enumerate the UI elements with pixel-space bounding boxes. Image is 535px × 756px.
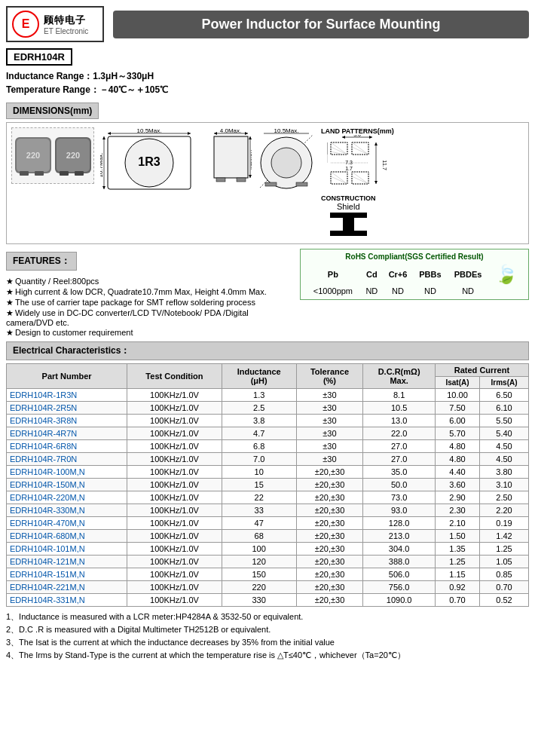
cell-part-number: EDRH104R-680M,N: [7, 530, 127, 543]
logo-en: ET Electronic: [44, 27, 88, 35]
info-lines: Inductance Range：1.3μH～330μH Temperature…: [6, 70, 529, 96]
land-patterns: LAND PATTERNS(mm) 3.6 11.7: [321, 127, 394, 191]
table-cell: 1.05: [480, 556, 529, 568]
col-irms: Irms(A): [480, 377, 529, 389]
logo-box: E 顾特电子 ET Electronic: [6, 6, 104, 42]
svg-text:10.7Max.: 10.7Max.: [100, 153, 104, 178]
table-row: EDRH104R-6R8N100KHz/1.0V6.8±3027.04.804.…: [7, 440, 529, 453]
table-cell: ±20,±30: [296, 517, 363, 530]
table-cell: 3.10: [480, 479, 529, 491]
col-tolerance: Tolerance(%): [296, 364, 363, 389]
table-cell: 100KHz/1.0V: [127, 530, 222, 543]
table-cell: 10.5: [363, 402, 436, 415]
table-cell: 100KHz/1.0V: [127, 504, 222, 517]
table-cell: 50.0: [363, 479, 436, 491]
svg-rect-7: [35, 171, 44, 176]
table-cell: 8.1: [363, 389, 436, 402]
table-cell: 213.0: [363, 530, 436, 543]
table-cell: 1090.0: [363, 594, 436, 607]
cell-part-number: EDRH104R-121M,N: [7, 556, 127, 568]
table-cell: 0.70: [435, 594, 479, 607]
table-cell: 100KHz/1.0V: [127, 568, 222, 581]
table-cell: 6.00: [435, 415, 479, 427]
table-cell: 0.70: [480, 581, 529, 594]
svg-marker-45: [374, 142, 378, 145]
table-cell: 1.42: [480, 530, 529, 543]
svg-text:4.0Max.: 4.0Max.: [220, 127, 241, 134]
table-cell: ±20,±30: [296, 466, 363, 479]
part-id-badge: EDRH104R: [6, 48, 72, 66]
table-cell: 7.50: [435, 402, 479, 415]
col-part-number: Part Number: [7, 364, 127, 389]
inductance-range: Inductance Range：1.3μH～330μH: [6, 70, 529, 83]
table-cell: 100KHz/1.0V: [127, 389, 222, 402]
table-cell: 4.7: [222, 427, 296, 440]
svg-marker-28: [249, 175, 252, 178]
footer-note: 3、The Isat is the current at which the i…: [6, 637, 529, 648]
table-cell: 6.8: [222, 440, 296, 453]
col-isat: Isat(A): [435, 377, 479, 389]
svg-marker-18: [102, 136, 105, 139]
svg-line-56: [331, 172, 347, 184]
svg-marker-41: [342, 136, 345, 139]
angled-view-drawing: 13.5Max. 10.5Max.: [256, 127, 316, 191]
svg-text:3.6: 3.6: [353, 135, 361, 137]
table-cell: 2.5: [222, 402, 296, 415]
table-cell: ±20,±30: [296, 491, 363, 504]
temperature-range: Temperature Range：－40℃～＋105℃: [6, 84, 529, 96]
top-view-drawing: 10.5Max. 1R3 10.7Max.: [100, 127, 206, 191]
table-cell: 6.50: [480, 389, 529, 402]
electrical-table: Part Number Test Condition Inductance(μH…: [6, 363, 529, 607]
table-cell: 1.15: [435, 568, 479, 581]
svg-rect-68: [343, 218, 354, 231]
table-cell: ±30: [296, 440, 363, 453]
rohs-col-header: Cr+6: [383, 263, 413, 286]
table-cell: 27.0: [363, 453, 436, 466]
svg-line-49: [331, 142, 347, 155]
table-row: EDRH104R-470M,N100KHz/1.0V47±20,±30128.0…: [7, 517, 529, 530]
col-dcr: D.C.R(mΩ)Max.: [363, 364, 436, 389]
product-photo: 220 220: [11, 127, 94, 184]
side-view-drawing: 4.0Max. 4.0Max.: [210, 127, 252, 191]
svg-marker-22: [214, 132, 217, 135]
table-header-row-1: Part Number Test Condition Inductance(μH…: [7, 364, 529, 377]
table-cell: 120: [222, 556, 296, 568]
table-cell: ±30: [296, 453, 363, 466]
svg-rect-25: [214, 136, 248, 178]
footer-note: 1、Inductance is measured with a LCR mete…: [6, 611, 529, 623]
table-cell: 1.35: [435, 543, 479, 556]
table-cell: 100KHz/1.0V: [127, 543, 222, 556]
table-cell: 100KHz/1.0V: [127, 402, 222, 415]
rohs-value: ND: [448, 286, 489, 296]
table-row: EDRH104R-7R0N100KHz/1.0V7.0±3027.04.804.…: [7, 453, 529, 466]
logo-circle-icon: E: [12, 11, 39, 38]
dimensions-section: 220 220: [6, 122, 529, 244]
table-cell: 4.40: [435, 466, 479, 479]
electrical-header: Electrical Characteristics：: [6, 341, 529, 360]
svg-text:10.5Max.: 10.5Max.: [274, 127, 299, 134]
cell-part-number: EDRH104R-6R8N: [7, 440, 127, 453]
table-cell: 100KHz/1.0V: [127, 491, 222, 504]
table-cell: 27.0: [363, 440, 436, 453]
table-row: EDRH104R-121M,N100KHz/1.0V120±20,±30388.…: [7, 556, 529, 568]
feature-item: The use of carrier tape package for SMT …: [6, 298, 295, 308]
svg-line-54: [352, 147, 368, 155]
rohs-value: ND: [383, 286, 413, 296]
feature-item: High current & low DCR, Quadrate10.7mm M…: [6, 287, 295, 297]
rohs-col-header: PBBs: [413, 263, 448, 286]
table-cell: 100KHz/1.0V: [127, 453, 222, 466]
table-cell: ±20,±30: [296, 504, 363, 517]
table-cell: 100KHz/1.0V: [127, 466, 222, 479]
table-cell: 93.0: [363, 504, 436, 517]
table-cell: 2.10: [435, 517, 479, 530]
table-cell: 100KHz/1.0V: [127, 581, 222, 594]
cell-part-number: EDRH104R-331M,N: [7, 594, 127, 607]
table-row: EDRH104R-4R7N100KHz/1.0V4.7±3022.05.705.…: [7, 427, 529, 440]
table-row: EDRH104R-680M,N100KHz/1.0V68±20,±30213.0…: [7, 530, 529, 543]
table-cell: 3.80: [480, 466, 529, 479]
table-cell: 15: [222, 479, 296, 491]
svg-rect-36: [265, 182, 277, 186]
table-cell: 756.0: [363, 581, 436, 594]
table-cell: 128.0: [363, 517, 436, 530]
table-row: EDRH104R-100M,N100KHz/1.0V10±20,±3035.04…: [7, 466, 529, 479]
